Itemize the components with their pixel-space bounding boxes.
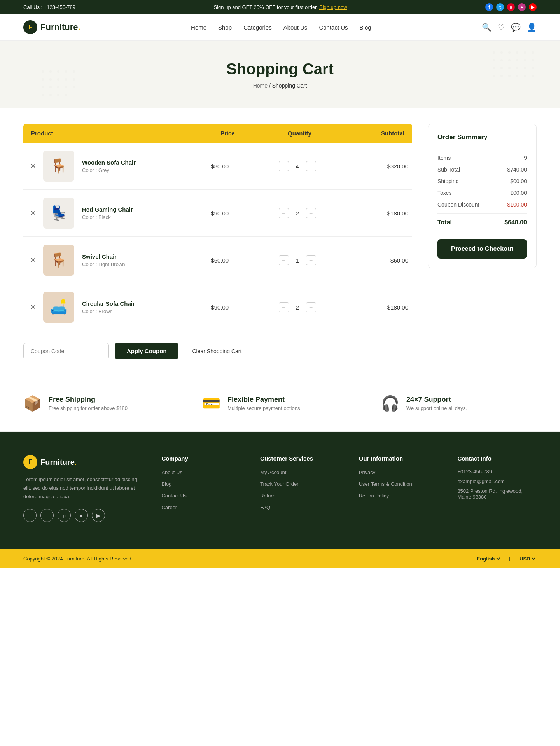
nav-categories[interactable]: Categories xyxy=(243,24,272,31)
svg-point-1 xyxy=(500,51,503,54)
feature-shipping-desc: Free shipping for order above $180 xyxy=(49,405,128,411)
summary-shipping-value: $00.00 xyxy=(510,178,527,184)
qty-decrease-2[interactable]: − xyxy=(279,208,289,218)
footer-company: Company About Us Blog Contact Us Career xyxy=(161,455,241,522)
pinterest-icon[interactable]: p xyxy=(507,3,515,11)
language-select[interactable]: English xyxy=(475,555,501,562)
twitter-icon[interactable]: t xyxy=(496,3,504,11)
nav-shop[interactable]: Shop xyxy=(218,24,232,31)
svg-point-37 xyxy=(65,86,67,88)
item-price-4: $90.00 xyxy=(186,304,253,311)
qty-decrease-1[interactable]: − xyxy=(279,161,289,171)
checkout-button[interactable]: Proceed to Checkout xyxy=(438,239,527,259)
youtube-icon[interactable]: ▶ xyxy=(529,3,537,11)
breadcrumb-home[interactable]: Home xyxy=(253,82,268,89)
feature-shipping-title: Free Shipping xyxy=(49,396,128,404)
svg-point-24 xyxy=(42,70,44,73)
item-color-4: Color : Brown xyxy=(82,308,182,314)
wishlist-icon[interactable]: ♡ xyxy=(498,23,505,32)
remove-item-4[interactable]: ✕ xyxy=(27,301,39,313)
svg-point-0 xyxy=(493,51,495,54)
footer-facebook-icon[interactable]: f xyxy=(23,509,37,522)
signup-link[interactable]: Sign up now xyxy=(319,4,347,10)
feature-payment-title: Flexible Payment xyxy=(228,396,300,404)
footer-track-order[interactable]: Track Your Order xyxy=(260,481,299,487)
svg-point-19 xyxy=(500,75,503,77)
search-icon[interactable]: 🔍 xyxy=(482,23,492,32)
qty-increase-2[interactable]: + xyxy=(306,208,316,218)
svg-point-2 xyxy=(508,51,511,54)
qty-value-3: 1 xyxy=(294,257,301,264)
footer-phone: +0123-456-789 xyxy=(457,469,537,475)
item-color-3: Color : Light Brown xyxy=(82,261,182,267)
coupon-input[interactable] xyxy=(23,343,109,359)
chat-icon[interactable]: 💬 xyxy=(511,23,521,32)
cart-item-1: ✕ 🪑 Wooden Sofa Chair Color : Grey $80.0… xyxy=(23,143,412,190)
footer-about-us[interactable]: About Us xyxy=(161,469,182,475)
apply-coupon-button[interactable]: Apply Coupon xyxy=(115,343,178,359)
svg-point-7 xyxy=(500,59,503,61)
svg-point-27 xyxy=(65,70,67,73)
svg-point-21 xyxy=(516,75,518,77)
cart-item-4: ✕ 🛋️ Circular Sofa Chair Color : Brown $… xyxy=(23,284,412,331)
user-icon[interactable]: 👤 xyxy=(527,23,537,32)
summary-shipping: Shipping $00.00 xyxy=(438,178,527,184)
nav-blog[interactable]: Blog xyxy=(360,24,371,31)
cart-item-3: ✕ 🪑 Swivel Chair Color : Light Brown $60… xyxy=(23,237,412,284)
nav-home[interactable]: Home xyxy=(191,24,206,31)
remove-item-2[interactable]: ✕ xyxy=(27,207,39,219)
currency-select[interactable]: USD xyxy=(518,555,537,562)
footer-cs-title: Customer Services xyxy=(260,455,340,462)
footer-brand: F Furniture. Lorem ipsum dolor sit amet,… xyxy=(23,455,142,522)
clear-cart-button[interactable]: Clear Shopping Cart xyxy=(192,348,242,354)
svg-point-26 xyxy=(57,70,60,73)
remove-item-3[interactable]: ✕ xyxy=(27,254,39,266)
footer-address: 8502 Preston Rd. Inglewood, Maine 98380 xyxy=(457,488,537,500)
feature-support-desc: We support online all days. xyxy=(406,405,467,411)
item-subtotal-3: $60.00 xyxy=(341,257,408,264)
qty-increase-1[interactable]: + xyxy=(306,161,316,171)
footer-return[interactable]: Return xyxy=(260,493,275,499)
footer-pinterest-icon[interactable]: p xyxy=(58,509,71,522)
nav-contact[interactable]: Contact Us xyxy=(319,24,348,31)
qty-decrease-4[interactable]: − xyxy=(279,302,289,312)
item-price-2: $90.00 xyxy=(186,210,253,217)
svg-point-30 xyxy=(49,78,52,81)
svg-point-29 xyxy=(42,78,44,81)
item-info-4: Circular Sofa Chair Color : Brown xyxy=(78,300,182,314)
svg-point-28 xyxy=(73,70,75,73)
instagram-icon[interactable]: ● xyxy=(518,3,526,11)
footer-twitter-icon[interactable]: t xyxy=(40,509,54,522)
facebook-icon[interactable]: f xyxy=(485,3,493,11)
footer-user-terms[interactable]: User Terms & Condition xyxy=(359,481,412,487)
logo-icon: F xyxy=(23,20,37,34)
footer-career[interactable]: Career xyxy=(161,504,177,510)
col-header-subtotal: Subtotal xyxy=(339,130,404,137)
nav-about[interactable]: About Us xyxy=(284,24,308,31)
svg-point-42 xyxy=(65,94,67,96)
footer-social: f t p ● ▶ xyxy=(23,509,142,522)
qty-decrease-3[interactable]: − xyxy=(279,255,289,265)
footer-blog[interactable]: Blog xyxy=(161,481,172,487)
qty-increase-3[interactable]: + xyxy=(306,255,316,265)
feature-payment-desc: Multiple secure payment options xyxy=(228,405,300,411)
footer-my-account[interactable]: My Account xyxy=(260,469,286,475)
qty-value-1: 4 xyxy=(294,163,301,170)
footer-our-info: Our Information Privacy User Terms & Con… xyxy=(359,455,438,522)
summary-subtotal-label: Sub Total xyxy=(438,166,460,173)
footer-youtube-icon[interactable]: ▶ xyxy=(92,509,105,522)
qty-control-1: − 4 + xyxy=(257,161,338,171)
footer-instagram-icon[interactable]: ● xyxy=(75,509,88,522)
remove-item-1[interactable]: ✕ xyxy=(27,160,39,172)
footer-privacy[interactable]: Privacy xyxy=(359,469,376,475)
item-price-1: $80.00 xyxy=(186,163,253,170)
footer-return-policy[interactable]: Return Policy xyxy=(359,493,389,499)
footer-contact-us[interactable]: Contact Us xyxy=(161,493,186,499)
logo-text: Furniture. xyxy=(40,22,80,32)
page-hero: Shopping Cart Home / Shopping Cart xyxy=(0,41,560,108)
footer-faq[interactable]: FAQ xyxy=(260,504,270,510)
item-name-3: Swivel Chair xyxy=(82,253,182,260)
qty-increase-4[interactable]: + xyxy=(306,302,316,312)
dots-decor-bottom xyxy=(39,68,86,100)
top-bar-phone: Call Us : +123-456-789 xyxy=(23,4,75,10)
